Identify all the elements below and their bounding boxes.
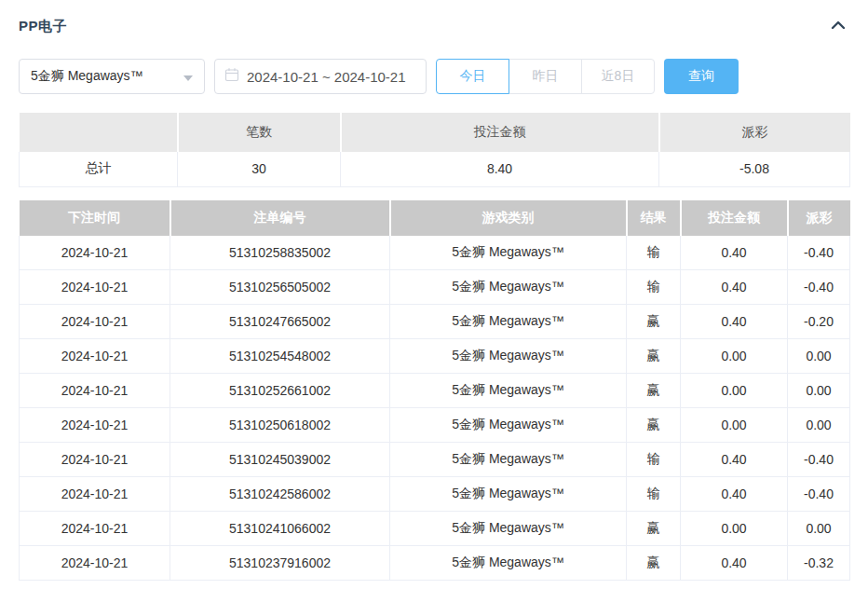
cell-payout: -0.32 xyxy=(788,546,850,581)
cell-order-no: 51310247665002 xyxy=(170,305,390,339)
cell-payout: -0.40 xyxy=(788,270,850,305)
cell-result: 输 xyxy=(627,477,681,512)
quick-range-last8days-button[interactable]: 近8日 xyxy=(581,59,655,94)
cell-bet-amount: 0.40 xyxy=(681,477,788,512)
cell-result: 赢 xyxy=(627,512,681,546)
table-row: 2024-10-21 51310252661002 5金狮 Megaways™ … xyxy=(20,374,850,408)
cell-bet-amount: 0.40 xyxy=(681,236,788,270)
cell-payout: 0.00 xyxy=(788,374,850,408)
cell-result: 赢 xyxy=(627,546,681,581)
quick-range-today-button[interactable]: 今日 xyxy=(436,59,509,94)
table-row: 2024-10-21 51310241066002 5金狮 Megaways™ … xyxy=(20,512,850,546)
cell-result: 赢 xyxy=(627,305,681,339)
table-row: 2024-10-21 51310254548002 5金狮 Megaways™ … xyxy=(20,339,850,374)
detail-header-bet-amount: 投注金额 xyxy=(681,200,788,236)
cell-game-type: 5金狮 Megaways™ xyxy=(390,236,627,270)
summary-header-blank xyxy=(20,113,178,152)
panel-header: PP电子 xyxy=(19,13,849,39)
table-row: 2024-10-21 51310245039002 5金狮 Megaways™ … xyxy=(20,443,850,477)
summary-total-count: 30 xyxy=(178,152,341,186)
summary-header-bet-amount: 投注金额 xyxy=(341,113,659,152)
date-range-value: 2024-10-21 ~ 2024-10-21 xyxy=(247,69,406,85)
cell-result: 输 xyxy=(627,270,681,305)
cell-bet-time: 2024-10-21 xyxy=(20,443,170,477)
cell-game-type: 5金狮 Megaways™ xyxy=(390,512,627,546)
cell-bet-amount: 0.40 xyxy=(681,546,788,581)
cell-game-type: 5金狮 Megaways™ xyxy=(390,374,627,408)
cell-bet-amount: 0.00 xyxy=(681,374,788,408)
table-row: 2024-10-21 51310242586002 5金狮 Megaways™ … xyxy=(20,477,850,512)
cell-game-type: 5金狮 Megaways™ xyxy=(390,443,627,477)
cell-result: 赢 xyxy=(627,408,681,443)
cell-result: 输 xyxy=(627,443,681,477)
cell-game-type: 5金狮 Megaways™ xyxy=(390,270,627,305)
cell-bet-amount: 0.40 xyxy=(681,305,788,339)
cell-bet-amount: 0.00 xyxy=(681,512,788,546)
detail-header-game-type: 游戏类别 xyxy=(390,200,627,236)
cell-bet-time: 2024-10-21 xyxy=(20,270,170,305)
cell-order-no: 51310256505002 xyxy=(170,270,390,305)
query-button[interactable]: 查询 xyxy=(664,59,739,94)
detail-header-row: 下注时间 注单编号 游戏类别 结果 投注金额 派彩 xyxy=(20,200,850,236)
cell-game-type: 5金狮 Megaways™ xyxy=(390,305,627,339)
summary-header-count: 笔数 xyxy=(178,113,341,152)
chevron-down-icon xyxy=(183,75,193,81)
table-row: 2024-10-21 51310250618002 5金狮 Megaways™ … xyxy=(20,408,850,443)
collapse-button[interactable] xyxy=(827,16,849,37)
quick-range-group: 今日 昨日 近8日 xyxy=(436,59,655,94)
cell-bet-amount: 0.40 xyxy=(681,270,788,305)
table-row: 2024-10-21 51310256505002 5金狮 Megaways™ … xyxy=(20,270,850,305)
detail-header-bet-time: 下注时间 xyxy=(20,200,170,236)
filter-bar: 5金狮 Megaways™ 2024-10-21 ~ 2024-10-21 今日… xyxy=(19,59,849,94)
cell-bet-amount: 0.00 xyxy=(681,408,788,443)
detail-header-order-no: 注单编号 xyxy=(170,200,390,236)
summary-total-label: 总计 xyxy=(20,152,178,186)
summary-total-bet-amount: 8.40 xyxy=(341,152,659,186)
detail-header-payout: 派彩 xyxy=(788,200,850,236)
report-panel: PP电子 5金狮 Megaways™ 2024-10-21 ~ 2024-10-… xyxy=(0,0,868,581)
cell-bet-amount: 0.00 xyxy=(681,339,788,374)
cell-game-type: 5金狮 Megaways™ xyxy=(390,546,627,581)
cell-payout: 0.00 xyxy=(788,512,850,546)
cell-order-no: 51310245039002 xyxy=(170,443,390,477)
cell-bet-time: 2024-10-21 xyxy=(20,477,170,512)
bet-records-table: 下注时间 注单编号 游戏类别 结果 投注金额 派彩 2024-10-21 513… xyxy=(19,200,850,582)
table-row: 2024-10-21 51310237916002 5金狮 Megaways™ … xyxy=(20,546,850,581)
cell-bet-time: 2024-10-21 xyxy=(20,374,170,408)
cell-payout: 0.00 xyxy=(788,339,850,374)
game-select[interactable]: 5金狮 Megaways™ xyxy=(19,59,205,94)
date-range-input[interactable]: 2024-10-21 ~ 2024-10-21 xyxy=(214,59,427,94)
summary-total-row: 总计 30 8.40 -5.08 xyxy=(20,152,850,186)
cell-result: 赢 xyxy=(627,339,681,374)
page-title: PP电子 xyxy=(19,18,67,35)
summary-header-row: 笔数 投注金额 派彩 xyxy=(20,113,850,152)
cell-bet-time: 2024-10-21 xyxy=(20,512,170,546)
chevron-up-icon xyxy=(829,18,848,35)
table-row: 2024-10-21 51310247665002 5金狮 Megaways™ … xyxy=(20,305,850,339)
summary-table: 笔数 投注金额 派彩 总计 30 8.40 -5.08 xyxy=(19,113,850,187)
detail-header-result: 结果 xyxy=(627,200,681,236)
summary-total-payout: -5.08 xyxy=(659,152,850,186)
cell-order-no: 51310250618002 xyxy=(170,408,390,443)
cell-order-no: 51310242586002 xyxy=(170,477,390,512)
cell-order-no: 51310258835002 xyxy=(170,236,390,270)
calendar-icon xyxy=(224,67,239,86)
cell-game-type: 5金狮 Megaways™ xyxy=(390,477,627,512)
cell-payout: -0.20 xyxy=(788,305,850,339)
cell-bet-time: 2024-10-21 xyxy=(20,305,170,339)
cell-game-type: 5金狮 Megaways™ xyxy=(390,408,627,443)
cell-bet-time: 2024-10-21 xyxy=(20,339,170,374)
cell-payout: -0.40 xyxy=(788,477,850,512)
quick-range-yesterday-button[interactable]: 昨日 xyxy=(509,59,582,94)
cell-bet-time: 2024-10-21 xyxy=(20,546,170,581)
cell-bet-time: 2024-10-21 xyxy=(20,236,170,270)
cell-order-no: 51310237916002 xyxy=(170,546,390,581)
cell-result: 输 xyxy=(627,236,681,270)
table-row: 2024-10-21 51310258835002 5金狮 Megaways™ … xyxy=(20,236,850,270)
cell-order-no: 51310252661002 xyxy=(170,374,390,408)
cell-game-type: 5金狮 Megaways™ xyxy=(390,339,627,374)
cell-order-no: 51310241066002 xyxy=(170,512,390,546)
summary-header-payout: 派彩 xyxy=(659,113,850,152)
cell-bet-amount: 0.40 xyxy=(681,443,788,477)
cell-payout: -0.40 xyxy=(788,443,850,477)
